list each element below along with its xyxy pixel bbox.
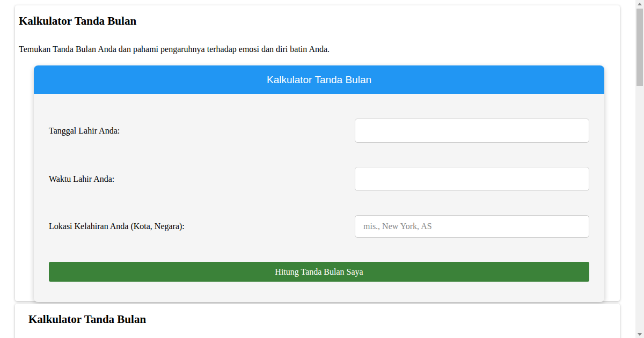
page-title: Kalkulator Tanda Bulan <box>19 14 616 28</box>
birth-location-label: Lokasi Kelahiran Anda (Kota, Negara): <box>49 222 185 231</box>
scrollbar-thumb[interactable] <box>636 9 643 86</box>
calculate-button[interactable]: Hitung Tanda Bulan Saya <box>49 262 589 282</box>
page-scrollbar[interactable] <box>635 0 644 338</box>
birth-location-input[interactable] <box>355 215 589 238</box>
calculator-card-header: Kalkulator Tanda Bulan <box>34 65 604 94</box>
scroll-up-icon[interactable] <box>635 0 644 8</box>
calculator-form: Tanggal Lahir Anda: Waktu Lahir Anda: Lo… <box>34 94 604 302</box>
calculator-card-title: Kalkulator Tanda Bulan <box>267 74 371 86</box>
calculator-section: Kalkulator Tanda Bulan Temukan Tanda Bul… <box>15 5 620 301</box>
birth-location-row: Lokasi Kelahiran Anda (Kota, Negara): <box>49 215 589 238</box>
page-subtitle: Temukan Tanda Bulan Anda dan pahami peng… <box>19 45 616 54</box>
birth-time-label: Waktu Lahir Anda: <box>49 174 114 184</box>
birth-date-input[interactable] <box>355 119 589 143</box>
page: Kalkulator Tanda Bulan Temukan Tanda Bul… <box>0 0 644 338</box>
birth-date-label: Tanggal Lahir Anda: <box>49 126 120 136</box>
birth-time-input[interactable] <box>355 167 589 191</box>
birth-date-row: Tanggal Lahir Anda: <box>49 119 589 143</box>
article-section: Kalkulator Tanda Bulan Kalkulator Tanda … <box>15 304 620 338</box>
article-heading: Kalkulator Tanda Bulan <box>28 313 606 326</box>
scroll-down-icon[interactable] <box>635 330 644 338</box>
birth-time-row: Waktu Lahir Anda: <box>49 167 589 191</box>
calculator-card: Kalkulator Tanda Bulan Tanggal Lahir And… <box>34 65 604 302</box>
